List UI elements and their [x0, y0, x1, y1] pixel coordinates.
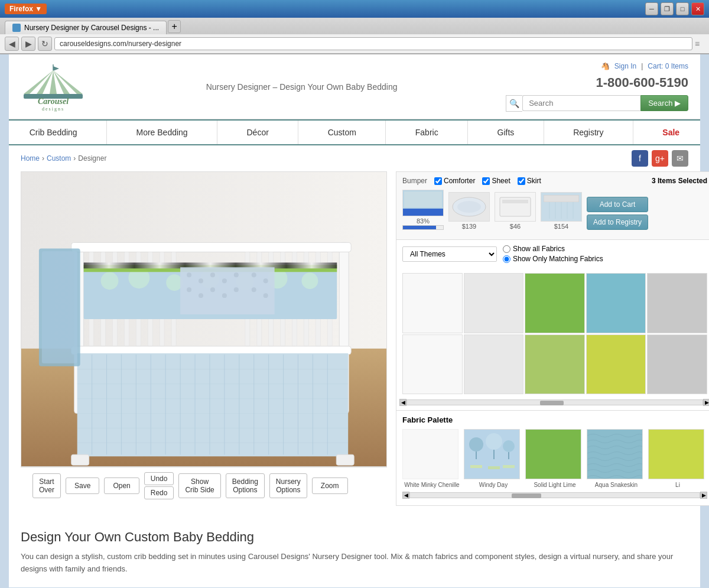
svg-rect-107: [587, 430, 643, 479]
sheet-checkbox-label[interactable]: Sheet: [482, 177, 510, 185]
start-over-button[interactable]: Start Over: [32, 473, 61, 498]
maximize-button[interactable]: □: [676, 2, 689, 15]
nursery-options-button[interactable]: Nursery Options: [269, 473, 307, 498]
svg-text:Carousel: Carousel: [38, 97, 69, 106]
bedding-options-button[interactable]: Bedding Options: [226, 473, 265, 498]
palette-item-aqua-snakeskin[interactable]: Aqua Snakeskin: [587, 429, 646, 489]
palette-scrollbar-track[interactable]: [409, 492, 700, 498]
nav-gifts[interactable]: Gifts: [486, 121, 526, 144]
svg-point-39: [301, 272, 318, 289]
nav-sale[interactable]: Sale: [651, 121, 691, 144]
crib-scene-svg: [21, 171, 386, 467]
restore-button[interactable]: ❐: [661, 2, 674, 15]
show-matching-fabrics-radio[interactable]: Show Only Matching Fabrics: [503, 255, 603, 263]
scroll-right-button[interactable]: ▶: [703, 399, 709, 406]
fabric-swatch-9[interactable]: [586, 334, 646, 395]
theme-select[interactable]: All Themes: [402, 246, 497, 262]
fabric-swatch-7[interactable]: [464, 334, 524, 395]
back-button[interactable]: ◀: [5, 37, 19, 51]
svg-rect-85: [42, 251, 77, 363]
svg-point-33: [101, 272, 119, 290]
items-selected: 3 Items Selected: [652, 177, 707, 185]
nav-decor[interactable]: Décor: [235, 121, 281, 144]
address-input[interactable]: [54, 37, 692, 50]
googleplus-icon[interactable]: g+: [652, 150, 668, 167]
undo-button[interactable]: Undo: [144, 472, 174, 485]
palette-item-solid-light-lime[interactable]: Solid Light Lime: [525, 429, 584, 489]
svg-point-47: [234, 272, 239, 277]
comforter-product: $139: [448, 192, 490, 230]
forward-button[interactable]: ▶: [21, 37, 35, 51]
palette-scroll-left[interactable]: ◀: [402, 492, 409, 499]
palette-item-white-minky[interactable]: White Minky Chenille: [402, 429, 461, 489]
tab-favicon: [12, 24, 21, 32]
skirt-checkbox[interactable]: [518, 177, 525, 185]
fabric-swatch-4[interactable]: [586, 273, 646, 333]
search-input[interactable]: [522, 95, 640, 111]
palette-item-li[interactable]: Li: [648, 429, 707, 489]
add-to-registry-button[interactable]: Add to Registry: [587, 215, 648, 230]
progress-bar-fill: [403, 226, 436, 229]
comforter-price: $139: [448, 223, 490, 230]
comforter-checkbox-label[interactable]: Comforter: [434, 177, 475, 185]
fabric-swatch-3[interactable]: [525, 273, 585, 333]
svg-rect-106: [503, 465, 515, 468]
fabric-swatch-10[interactable]: [647, 334, 707, 395]
palette-scrollbar-thumb[interactable]: [512, 493, 541, 498]
palette-swatch-white-minky: [402, 429, 458, 479]
nav-registry[interactable]: Registry: [561, 121, 615, 144]
close-button[interactable]: ✕: [691, 2, 704, 15]
refresh-button[interactable]: ↻: [38, 37, 52, 51]
save-button[interactable]: Save: [66, 477, 99, 494]
fabric-swatch-5[interactable]: [647, 273, 707, 333]
svg-rect-82: [71, 454, 89, 465]
fabric-scrollbar-thumb[interactable]: [540, 401, 564, 405]
cart-link[interactable]: Cart: 0 Items: [648, 62, 688, 70]
comforter-checkbox[interactable]: [434, 177, 442, 185]
zoom-button[interactable]: Zoom: [312, 477, 348, 494]
nav-custom[interactable]: Custom: [316, 121, 368, 144]
sheet-checkbox[interactable]: [482, 177, 490, 185]
add-to-cart-button[interactable]: Add to Cart: [587, 197, 648, 212]
palette-swatch-windy-day: [464, 429, 520, 479]
main-nav: Crib Bedding More Bedding Décor Custom F…: [9, 119, 700, 145]
svg-point-48: [187, 287, 191, 292]
breadcrumb-home[interactable]: Home: [21, 154, 40, 163]
start-over-button-stack: Start Over: [32, 473, 61, 498]
minimize-button[interactable]: ─: [645, 2, 658, 15]
open-button[interactable]: Open: [104, 477, 139, 494]
palette-item-windy-day[interactable]: Windy Day: [464, 429, 523, 489]
svg-point-53: [252, 272, 256, 277]
browser-tab-active[interactable]: Nursery Designer by Carousel Designs - .…: [5, 21, 167, 34]
new-tab-button[interactable]: +: [168, 20, 181, 33]
email-icon[interactable]: ✉: [672, 150, 688, 167]
nav-more-bedding[interactable]: More Bedding: [124, 121, 199, 144]
redo-button[interactable]: Redo: [144, 486, 174, 499]
nav-fabric[interactable]: Fabric: [404, 121, 450, 144]
fabric-swatch-1[interactable]: [402, 273, 463, 333]
scroll-left-button[interactable]: ◀: [399, 399, 406, 406]
svg-text:designs: designs: [42, 106, 64, 112]
phone-number: 1-800-600-5190: [506, 75, 688, 90]
sheet-thumb: [495, 192, 536, 222]
show-all-fabrics-radio[interactable]: Show all Fabrics: [503, 245, 603, 253]
fabric-swatch-2[interactable]: [464, 273, 524, 333]
facebook-icon[interactable]: f: [632, 150, 648, 167]
svg-point-35: [166, 274, 183, 291]
breadcrumb-custom[interactable]: Custom: [47, 154, 71, 163]
skirt-checkbox-label[interactable]: Skirt: [518, 177, 541, 185]
nav-crib-bedding[interactable]: Crib Bedding: [18, 121, 89, 144]
breadcrumb-sep1: ›: [42, 154, 44, 163]
svg-point-55: [252, 287, 256, 292]
fabric-scrollbar-track[interactable]: [406, 399, 703, 405]
show-crib-side-button[interactable]: Show Crib Side: [178, 473, 220, 498]
fabric-palette-title: Fabric Palette: [402, 415, 707, 424]
fabric-grid: [399, 270, 709, 397]
svg-point-87: [457, 201, 481, 213]
sign-in-link[interactable]: Sign In: [614, 62, 636, 70]
palette-scroll-right[interactable]: ▶: [700, 492, 707, 499]
designer-area: Start Over Save Open Undo Redo Show Crib…: [21, 171, 387, 506]
search-button[interactable]: Search ▶: [640, 95, 688, 111]
fabric-swatch-6[interactable]: [402, 334, 463, 395]
fabric-swatch-8[interactable]: [525, 334, 585, 395]
